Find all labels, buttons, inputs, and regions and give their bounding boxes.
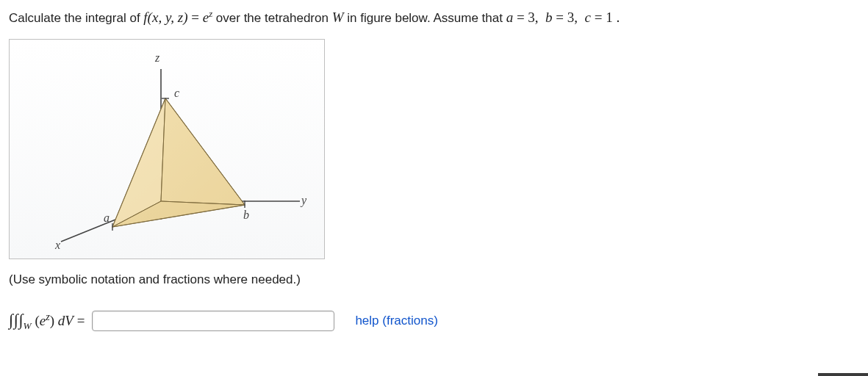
dV: dV <box>58 313 73 328</box>
integral-sub: W <box>24 320 32 331</box>
func-lhs: f(x, y, z) <box>143 10 187 25</box>
instruction-text: (Use symbolic notation and fractions whe… <box>9 272 868 287</box>
a-eq: = <box>513 10 528 25</box>
answer-label: ∫ ∫ ∫W (ez) dV = <box>9 311 85 332</box>
bottom-bar-decoration <box>818 373 868 376</box>
b-val: 3 <box>567 10 575 25</box>
a-lhs: a <box>506 10 514 25</box>
question-prompt: Calculate the integral of f(x, y, z) = e… <box>9 7 868 29</box>
help-fractions-link[interactable]: help (fractions) <box>355 314 437 328</box>
b-vertex-label: b <box>243 209 249 221</box>
comma2: , <box>574 10 584 25</box>
func-rhs-base: e <box>203 10 209 25</box>
x-axis-label: x <box>54 239 60 251</box>
b-lhs: b <box>545 10 553 25</box>
period: . <box>613 10 620 25</box>
comma1: , <box>535 10 545 25</box>
y-axis-label: y <box>300 194 307 207</box>
prompt-mid2: in figure below. Assume that <box>347 11 506 25</box>
answer-equals: = <box>77 313 85 328</box>
answer-input[interactable] <box>92 311 334 331</box>
c-eq: = <box>591 10 606 25</box>
close-paren: ) <box>50 313 54 328</box>
integral-1: ∫ <box>9 311 13 329</box>
integrand-base: e <box>40 313 46 328</box>
svg-marker-5 <box>161 98 245 205</box>
c-vertex-label: c <box>174 87 179 99</box>
z-axis-label: z <box>154 51 160 64</box>
a-vertex-label: a <box>104 212 110 224</box>
prompt-mid1: over the tetrahedron <box>216 11 332 25</box>
region-W: W <box>332 10 344 25</box>
equals-1: = <box>191 10 202 25</box>
func-rhs-exp: z <box>209 9 212 19</box>
a-val: 3 <box>528 10 535 25</box>
tetrahedron-svg: z x y a b c <box>10 40 326 260</box>
b-eq: = <box>553 10 567 25</box>
c-val: 1 <box>606 10 613 25</box>
tetrahedron-figure: z x y a b c <box>9 39 325 259</box>
answer-row: ∫ ∫ ∫W (ez) dV = help (fractions) <box>9 311 868 332</box>
integral-2: ∫ <box>14 311 18 329</box>
prompt-prefix: Calculate the integral of <box>9 11 143 25</box>
c-lhs: c <box>585 10 591 25</box>
